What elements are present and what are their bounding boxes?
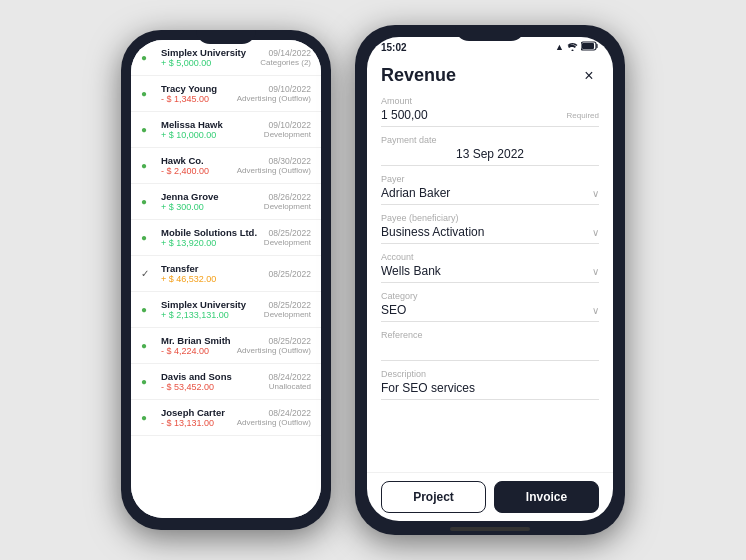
payer-chevron: ∨: [592, 188, 599, 199]
invoice-button[interactable]: Invoice: [494, 481, 599, 513]
transaction-item[interactable]: ●Melissa Hawk+ $ 10,000.0009/10/2022Deve…: [131, 112, 321, 148]
transaction-item[interactable]: ●Jenna Grove+ $ 300.0008/26/2022Developm…: [131, 184, 321, 220]
tx-date: 09/10/2022: [237, 84, 311, 94]
scene: ●Simplex University+ $ 5,000.0009/14/202…: [0, 0, 746, 560]
account-value: Wells Bank ∨: [381, 264, 599, 283]
transaction-item[interactable]: ●Tracy Young- $ 1,345.0009/10/2022Advert…: [131, 76, 321, 112]
tx-category: Advertising (Outflow): [237, 418, 311, 427]
tx-date: 08/30/2022: [237, 156, 311, 166]
project-button[interactable]: Project: [381, 481, 486, 513]
tx-name: Tracy Young: [161, 83, 231, 94]
category-value: SEO ∨: [381, 303, 599, 322]
tx-date: 08/24/2022: [237, 408, 311, 418]
tx-amount: + $ 2,133,131.00: [161, 310, 258, 320]
right-phone-notch: [455, 25, 525, 41]
category-field[interactable]: Category SEO ∨: [381, 291, 599, 322]
tx-category: Categories (2): [260, 58, 311, 67]
tx-date: 08/25/2022: [237, 336, 311, 346]
payee-chevron: ∨: [592, 227, 599, 238]
account-field[interactable]: Account Wells Bank ∨: [381, 252, 599, 283]
amount-value: 1 500,00 Required: [381, 108, 599, 127]
transaction-item[interactable]: ●Mobile Solutions Ltd.+ $ 13,920.0008/25…: [131, 220, 321, 256]
amount-field[interactable]: Amount 1 500,00 Required: [381, 96, 599, 127]
tx-date: 09/10/2022: [264, 120, 311, 130]
reference-value: [381, 342, 599, 361]
tx-name: Joseph Carter: [161, 407, 231, 418]
tx-name: Jenna Grove: [161, 191, 258, 202]
battery-icon: [581, 41, 599, 53]
category-chevron: ∨: [592, 305, 599, 316]
dot-icon: ●: [141, 304, 155, 315]
tx-category: Development: [264, 310, 311, 319]
tx-name: Mobile Solutions Ltd.: [161, 227, 258, 238]
right-phone-screen: 15:02 ▲ Revenue ×: [367, 37, 613, 521]
tx-amount: + $ 13,920.00: [161, 238, 258, 248]
transaction-item[interactable]: ✓Transfer+ $ 46,532.0008/25/2022: [131, 256, 321, 292]
modal-title: Revenue: [381, 65, 456, 86]
modal-header: Revenue ×: [381, 65, 599, 86]
dot-icon: ●: [141, 160, 155, 171]
payment-date-field[interactable]: Payment date 13 Sep 2022: [381, 135, 599, 166]
tx-amount: + $ 46,532.00: [161, 274, 262, 284]
transaction-item[interactable]: ●Mr. Brian Smith- $ 4,224.0008/25/2022Ad…: [131, 328, 321, 364]
tx-date: 09/14/2022: [260, 48, 311, 58]
tx-category: Advertising (Outflow): [237, 166, 311, 175]
tx-amount: - $ 13,131.00: [161, 418, 231, 428]
description-label: Description: [381, 369, 599, 379]
left-phone-notch: [196, 30, 256, 44]
payee-label: Payee (beneficiary): [381, 213, 599, 223]
tx-category: Unallocated: [268, 382, 311, 391]
wifi-icon: [567, 42, 578, 53]
transaction-item[interactable]: ●Simplex University+ $ 5,000.0009/14/202…: [131, 40, 321, 76]
reference-label: Reference: [381, 330, 599, 340]
svg-rect-1: [582, 43, 594, 49]
transaction-list: ●Simplex University+ $ 5,000.0009/14/202…: [131, 40, 321, 518]
payee-field[interactable]: Payee (beneficiary) Business Activation …: [381, 213, 599, 244]
tx-category: Development: [264, 238, 311, 247]
payment-date-label: Payment date: [381, 135, 599, 145]
tx-amount: - $ 53,452.00: [161, 382, 262, 392]
dot-icon: ●: [141, 196, 155, 207]
tx-category: Development: [264, 202, 311, 211]
description-field[interactable]: Description For SEO services: [381, 369, 599, 400]
status-time: 15:02: [381, 42, 407, 53]
reference-field[interactable]: Reference: [381, 330, 599, 361]
tx-name: Mr. Brian Smith: [161, 335, 231, 346]
tx-category: Advertising (Outflow): [237, 346, 311, 355]
tx-name: Hawk Co.: [161, 155, 231, 166]
payer-field[interactable]: Payer Adrian Baker ∨: [381, 174, 599, 205]
dot-icon: ●: [141, 376, 155, 387]
check-icon: ✓: [141, 268, 155, 279]
transaction-item[interactable]: ●Davis and Sons- $ 53,452.0008/24/2022Un…: [131, 364, 321, 400]
tx-date: 08/25/2022: [264, 300, 311, 310]
dot-icon: ●: [141, 124, 155, 135]
left-phone: ●Simplex University+ $ 5,000.0009/14/202…: [121, 30, 331, 530]
dot-icon: ●: [141, 412, 155, 423]
tx-category: Development: [264, 130, 311, 139]
tx-amount: + $ 300.00: [161, 202, 258, 212]
tx-amount: - $ 4,224.00: [161, 346, 231, 356]
dot-icon: ●: [141, 88, 155, 99]
account-chevron: ∨: [592, 266, 599, 277]
dot-icon: ●: [141, 232, 155, 243]
tx-amount: - $ 2,400.00: [161, 166, 231, 176]
transaction-item[interactable]: ●Hawk Co.- $ 2,400.0008/30/2022Advertisi…: [131, 148, 321, 184]
tx-name: Melissa Hawk: [161, 119, 258, 130]
payer-value: Adrian Baker ∨: [381, 186, 599, 205]
tx-category: Advertising (Outflow): [237, 94, 311, 103]
status-icons: ▲: [555, 41, 599, 53]
tx-date: 08/25/2022: [264, 228, 311, 238]
right-phone: 15:02 ▲ Revenue ×: [355, 25, 625, 535]
transaction-item[interactable]: ●Joseph Carter- $ 13,131.0008/24/2022Adv…: [131, 400, 321, 436]
tx-amount: + $ 10,000.00: [161, 130, 258, 140]
modal-footer: Project Invoice: [367, 472, 613, 521]
tx-name: Transfer: [161, 263, 262, 274]
transaction-item[interactable]: ●Simplex University+ $ 2,133,131.0008/25…: [131, 292, 321, 328]
right-home-bar: [450, 527, 530, 531]
tx-name: Simplex University: [161, 47, 254, 58]
close-button[interactable]: ×: [579, 66, 599, 86]
category-label: Category: [381, 291, 599, 301]
tx-name: Davis and Sons: [161, 371, 262, 382]
payer-label: Payer: [381, 174, 599, 184]
tx-date: 08/24/2022: [268, 372, 311, 382]
